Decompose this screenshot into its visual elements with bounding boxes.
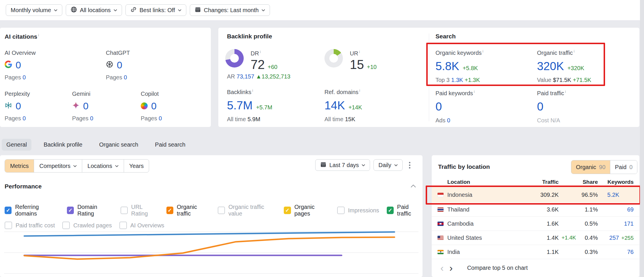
table-row-united-states[interactable]: United States 1.4K +1.4K 0.4% 257+255 (432, 231, 639, 245)
table-row-indonesia[interactable]: Indonesia 309.2K 96.5% 5.2K (432, 187, 639, 203)
pages-count-link[interactable]: 0 (90, 115, 93, 121)
tab-general[interactable]: General (2, 139, 31, 151)
ref-domains-label: Ref. domains (324, 89, 358, 95)
segment-years[interactable]: Years (124, 160, 149, 172)
globe-icon (71, 6, 77, 14)
toggle-organic[interactable]: Organic 90 (571, 160, 610, 174)
info-icon[interactable]: i (565, 89, 566, 94)
dr-value: 72 (251, 57, 265, 72)
date-range-dropdown[interactable]: Last 7 days (315, 159, 370, 171)
keywords-link[interactable]: 5.2K (598, 192, 634, 198)
backlinks-metric: Backlinksi 5.7M+5.7M All time 5.9M (227, 88, 322, 123)
pages-count-link[interactable]: 0 (124, 74, 127, 81)
keywords-link[interactable]: 171 (598, 220, 634, 227)
toggle-paid[interactable]: Paid 0 (610, 160, 637, 174)
tab-backlink-profile[interactable]: Backlink profile (39, 139, 87, 151)
checkbox-icon (121, 207, 128, 214)
ai-citations-card: AI citationsi AI Overview 0 Pages 0 Chat… (0, 28, 211, 127)
checkbox-icon (337, 207, 345, 214)
location-name: Indonesia (447, 192, 527, 198)
tab-paid-search[interactable]: Paid search (150, 139, 190, 151)
chevron-down-icon (262, 9, 265, 11)
traffic-by-location-panel: Traffic by location Organic 90 Paid 0 Lo… (432, 155, 639, 277)
organic-traffic-value[interactable]: 320K (537, 60, 564, 72)
organic-keywords-value[interactable]: 5.8K (435, 60, 459, 72)
chevron-down-icon (394, 164, 398, 166)
tab-organic-search[interactable]: Organic search (95, 139, 143, 151)
info-icon[interactable]: i (474, 89, 475, 94)
metric-checkbox-organic-pages[interactable]: ✓ Organic pages (284, 204, 329, 217)
metric-checkbox-crawled-pages[interactable]: Crawled pages (62, 222, 112, 229)
info-icon[interactable]: i (260, 50, 261, 54)
pages-count-link[interactable]: 0 (159, 115, 162, 121)
cost-label: Cost (537, 117, 549, 123)
keywords-link[interactable]: 69 (598, 206, 634, 213)
info-icon[interactable]: i (252, 88, 253, 93)
col-location: Location (447, 179, 527, 185)
chevron-down-icon (115, 165, 119, 167)
calendar-icon (320, 161, 326, 169)
col-keywords: Keywords (598, 179, 634, 185)
date-range-label: Last 7 days (329, 162, 359, 169)
ref-domains-value[interactable]: 14K (324, 99, 345, 112)
kebab-menu-icon[interactable] (406, 160, 413, 171)
best-links-label: Best links: Off (140, 7, 175, 14)
scrollbar[interactable] (640, 0, 644, 277)
changes-dropdown[interactable]: Changes: Last month (190, 4, 270, 16)
segment-metrics[interactable]: Metrics (5, 160, 34, 172)
table-row-cambodia[interactable]: Cambodia 1.6K 0.5% 171 (432, 217, 639, 231)
metric-checkbox-organic-traffic[interactable]: ✓ Organic traffic (166, 204, 211, 217)
metric-checkbox-paid-traffic[interactable]: ✓ Paid traffic (387, 204, 423, 217)
location-name: Thailand (447, 206, 527, 213)
chevron-down-icon (362, 164, 365, 166)
prev-page-icon[interactable]: ‹ (438, 263, 446, 273)
traffic-value: 1.4K (527, 235, 559, 241)
chevron-down-icon (114, 9, 117, 11)
pages-count-link[interactable]: 0 (22, 115, 26, 121)
up-triangle-icon: ▲ (256, 73, 262, 80)
traffic-value: 309.2K (527, 192, 559, 198)
paid-keywords-metric: Paid keywordsi 0 Ads 0 (435, 89, 531, 124)
segment-competitors[interactable]: Competitors (34, 160, 82, 172)
ar-rank: AR 73,157 ▲13,252,713 (227, 73, 290, 80)
top3-value-link[interactable]: 1.3K (451, 77, 463, 83)
segment-locations[interactable]: Locations (82, 160, 124, 172)
next-page-icon[interactable]: › (446, 263, 455, 273)
chevron-down-icon (178, 9, 181, 11)
metric-checkbox-organic-traffic-value[interactable]: Organic traffic value (218, 204, 276, 217)
backlinks-value[interactable]: 5.7M (227, 99, 253, 112)
info-icon[interactable]: i (482, 49, 483, 53)
granularity-dropdown[interactable]: Daily (373, 159, 402, 171)
backlinks-delta: +5.7M (256, 104, 272, 111)
pages-count-link[interactable]: 0 (22, 74, 26, 81)
ar-value-link[interactable]: 73,157 (236, 73, 254, 80)
metric-checkbox-paid-traffic-cost[interactable]: Paid traffic cost (5, 222, 55, 229)
organic-keywords-delta: +5.8K (463, 65, 478, 71)
col-traffic: Traffic (527, 179, 559, 185)
info-icon[interactable]: i (359, 88, 360, 93)
metric-checkbox-url-rating[interactable]: URL Rating (121, 204, 159, 217)
metric-checkbox-referring-domains[interactable]: ✓ Referring domains (5, 204, 59, 217)
monthly-volume-dropdown[interactable]: Monthly volume (6, 4, 62, 16)
info-icon[interactable]: i (38, 33, 39, 37)
ads-value-link[interactable]: 0 (447, 117, 450, 123)
metric-checkbox-impressions[interactable]: Impressions (337, 207, 379, 214)
locations-dropdown[interactable]: All locations (66, 4, 122, 16)
table-row-india[interactable]: India 1.1K 0.3% 76 (432, 245, 639, 259)
share-value: 0.4% (575, 235, 598, 241)
collapse-section-icon[interactable] (411, 184, 416, 189)
best-links-dropdown[interactable]: Best links: Off (125, 4, 186, 16)
metric-checkbox-ai-overviews[interactable]: AI Overviews (119, 222, 164, 229)
paid-traffic-value[interactable]: 0 (537, 100, 543, 113)
info-icon[interactable]: i (574, 49, 574, 53)
organic-traffic-label: Organic traffic (537, 50, 573, 56)
paid-keywords-value[interactable]: 0 (435, 100, 442, 113)
flag-cambodia-icon (438, 222, 444, 226)
table-row-thailand[interactable]: Thailand 3.6K 1.1% 69 (432, 203, 639, 217)
location-name: United States (447, 235, 527, 241)
metric-checkbox-domain-rating[interactable]: ✓ Domain Rating (67, 204, 113, 217)
keywords-link[interactable]: 76 (598, 249, 634, 255)
info-icon[interactable]: i (359, 50, 360, 54)
keywords-link[interactable]: 257+255 (598, 235, 634, 241)
table-pagination: ‹ › Compare top 5 on chart (438, 263, 528, 273)
